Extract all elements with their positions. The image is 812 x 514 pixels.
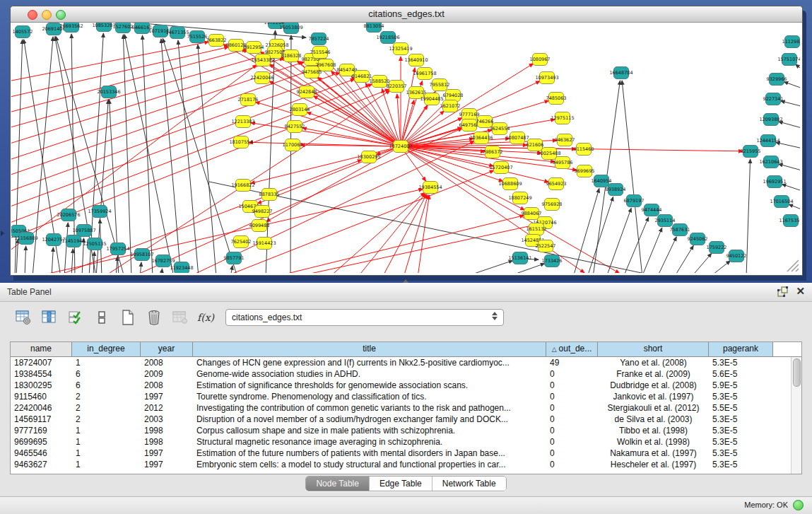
network-node[interactable]: 15914423 [252, 238, 276, 250]
table-row[interactable]: 1830029562008Estimation of significance … [11, 380, 801, 391]
table-cell[interactable]: 9465546 [11, 448, 72, 459]
panel-collapse-arrow[interactable] [1, 230, 4, 236]
network-node[interactable]: 12975115 [551, 112, 574, 124]
network-node[interactable]: 1759222 [707, 242, 727, 254]
table-cell[interactable]: Wolkin et al. (1998) [598, 436, 709, 448]
network-node[interactable]: 12325419 [389, 43, 412, 55]
table-cell[interactable]: 18300295 [11, 380, 72, 391]
table-row[interactable]: 977716911998Corpus callosum shape and si… [11, 425, 801, 436]
network-node[interactable]: 8215955 [741, 146, 761, 158]
table-cell[interactable]: 19384554 [11, 368, 72, 380]
tab-edge-table[interactable]: Edge Table [370, 477, 433, 491]
network-node[interactable]: 1405572 [13, 26, 33, 38]
network-node[interactable]: 12444154 [756, 135, 779, 147]
table-cell[interactable]: 9115460 [11, 391, 72, 402]
table-cell[interactable]: 5.6E-5 [709, 368, 773, 380]
table-row[interactable]: 1456911722003Disruption of a novel membe… [11, 414, 801, 425]
table-cell[interactable]: 2008 [141, 380, 193, 391]
network-node[interactable]: 6879197 [624, 195, 645, 207]
table-cell[interactable]: 1 [72, 459, 141, 470]
network-node[interactable]: 9475685 [302, 66, 322, 78]
network-node[interactable]: 13640910 [404, 54, 428, 66]
float-panel-icon[interactable] [777, 286, 789, 297]
network-node[interactable]: 9227341 [763, 93, 784, 105]
network-node[interactable]: 1615132 [526, 223, 547, 235]
network-node[interactable]: 11675359 [779, 215, 800, 227]
network-node[interactable]: 12093882 [759, 114, 782, 126]
network-node[interactable]: 1080967 [530, 54, 551, 66]
table-cell[interactable]: 1 [72, 357, 141, 368]
table-cell[interactable]: 5.9E-5 [709, 380, 773, 391]
table-cell[interactable]: 5.5E-5 [709, 402, 773, 414]
network-node[interactable]: 2803144 [290, 104, 310, 116]
table-cell[interactable]: Dudbridge et al. (2008) [598, 380, 709, 391]
column-header-pagerank[interactable]: pagerank [709, 342, 773, 356]
network-node[interactable]: 9450122 [726, 250, 747, 262]
network-window-titlebar[interactable]: citations_edges.txt [11, 6, 802, 23]
network-node[interactable]: 2522547 [536, 240, 556, 252]
table-cell[interactable]: Investigating the contribution of common… [193, 402, 546, 414]
table-cell[interactable]: 0 [546, 402, 598, 414]
table-cell[interactable]: 5.3E-5 [709, 459, 773, 470]
table-scrollbar[interactable] [791, 357, 801, 474]
network-node[interactable]: 7485063 [546, 93, 567, 105]
network-node[interactable]: 9857791 [224, 252, 245, 264]
network-node[interactable]: 18300295 [357, 151, 380, 163]
network-node[interactable]: 8186328 [281, 50, 302, 62]
column-header-year[interactable]: year [141, 342, 193, 356]
table-cell[interactable]: 0 [546, 391, 598, 402]
table-cell[interactable]: Estimation of the future numbers of pati… [193, 448, 546, 459]
network-node[interactable]: 15720407 [489, 162, 512, 174]
table-cell[interactable]: 0 [546, 368, 598, 380]
table-cell[interactable]: 0 [546, 425, 598, 436]
table-cell[interactable]: Yano et al. (2008) [598, 357, 709, 368]
table-cell[interactable]: 9699695 [11, 436, 72, 448]
table-cell[interactable]: Tibbo et al. (1998) [598, 425, 709, 436]
network-node[interactable]: 9245062 [688, 233, 708, 245]
table-cell[interactable]: Genome-wide association studies in ADHD. [193, 368, 546, 380]
table-cell[interactable]: Stergiakouli et al. (2012) [598, 402, 709, 414]
table-cell[interactable]: 0 [546, 459, 598, 470]
table-row[interactable]: 946554611997Estimation of the future num… [11, 448, 801, 459]
table-cell[interactable]: Jankovic et al. (1997) [598, 391, 709, 402]
table-cell[interactable]: 22420046 [11, 402, 72, 414]
table-cell[interactable]: Structural magnetic resonance image aver… [193, 436, 546, 448]
table-cell[interactable]: 6 [72, 368, 141, 380]
table-cell[interactable]: 9777169 [11, 425, 72, 436]
network-node[interactable]: 9329966 [767, 74, 787, 86]
network-node[interactable]: 15136141 [508, 252, 531, 264]
table-cell[interactable]: Embryonic stem cells: a model to study s… [193, 459, 546, 470]
delete-table-icon[interactable] [143, 308, 165, 327]
table-cell[interactable]: 1997 [141, 448, 193, 459]
row-check-icon[interactable] [65, 308, 86, 327]
network-node[interactable]: 1527602 [113, 23, 134, 33]
table-cell[interactable]: 1998 [141, 425, 193, 436]
table-cell[interactable]: 9463627 [11, 459, 72, 470]
network-node[interactable]: 19218506 [376, 32, 399, 44]
network-node[interactable]: 20206576 [57, 209, 80, 221]
network-node[interactable]: 8912954 [244, 42, 264, 54]
resize-grip-icon[interactable] [787, 260, 799, 271]
network-node[interactable]: 18107554 [229, 136, 252, 148]
network-node[interactable]: 10688609 [498, 178, 522, 190]
network-node[interactable]: 7955812 [430, 79, 450, 91]
network-node[interactable]: 12505135 [83, 238, 106, 250]
table-cell[interactable]: 1 [72, 436, 141, 448]
table-cell[interactable]: 1 [72, 448, 141, 459]
table-row[interactable]: 1872400712008Changes of HCN gene express… [11, 357, 801, 368]
column-header-in_degree[interactable]: in_degree [72, 342, 141, 356]
tab-network-table[interactable]: Network Table [433, 477, 506, 491]
table-cell[interactable]: 2008 [141, 357, 193, 368]
network-node[interactable]: 7587631 [670, 224, 690, 236]
network-node[interactable]: 9242848 [297, 86, 317, 98]
network-node[interactable]: 9115460 [574, 144, 594, 156]
network-node[interactable]: 7515546 [310, 47, 331, 59]
table-cell[interactable]: Hescheler et al. (1997) [598, 459, 709, 470]
network-node[interactable]: 8878335 [259, 189, 280, 201]
table-scrollbar-thumb[interactable] [793, 358, 801, 387]
network-node[interactable]: 9654923 [546, 178, 567, 190]
table-cell[interactable]: Tourette syndrome. Phenomenology and cla… [193, 391, 546, 402]
table-cell[interactable]: 5.3E-5 [709, 391, 773, 402]
network-node[interactable]: 17359924 [88, 206, 111, 218]
network-node[interactable]: 1112984 [782, 36, 800, 48]
